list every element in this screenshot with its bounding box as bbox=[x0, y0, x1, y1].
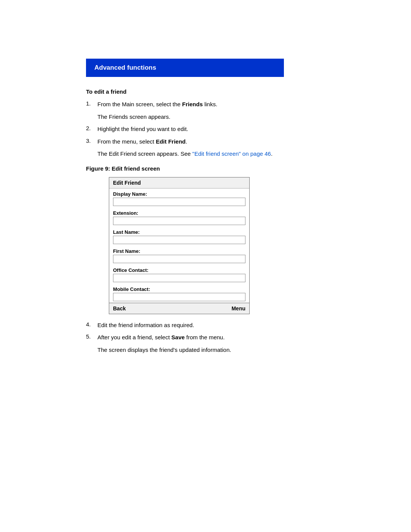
last-name-input[interactable] bbox=[113, 236, 245, 244]
phone-screen: Edit Friend Display Name: Extension: Las… bbox=[109, 177, 250, 314]
back-button[interactable]: Back bbox=[113, 305, 126, 312]
display-name-label: Display Name: bbox=[113, 189, 245, 198]
step-1-number: 1. bbox=[86, 100, 97, 107]
mobile-contact-input[interactable] bbox=[113, 293, 245, 301]
step-3-number: 3. bbox=[86, 137, 97, 144]
edit-friend-link[interactable]: "Edit friend screen" on page 46 bbox=[192, 150, 271, 157]
step-2-text: Highlight the friend you want to edit. bbox=[97, 125, 188, 134]
phone-field-group: Display Name: Extension: Last Name: Firs… bbox=[109, 189, 249, 301]
step-5-number: 5. bbox=[86, 333, 97, 340]
figure-caption: Figure 9: Edit friend screen bbox=[86, 165, 352, 172]
step-5-subtext: The screen displays the friend's updated… bbox=[97, 346, 352, 355]
first-name-label: First Name: bbox=[113, 246, 245, 255]
extension-input[interactable] bbox=[113, 217, 245, 225]
menu-button[interactable]: Menu bbox=[231, 305, 245, 312]
step-1-text: From the Main screen, select the Friends… bbox=[97, 100, 217, 109]
office-contact-input[interactable] bbox=[113, 274, 245, 282]
phone-bottom-bar: Back Menu bbox=[109, 303, 249, 314]
first-name-input[interactable] bbox=[113, 255, 245, 263]
header-banner-title: Advanced functions bbox=[94, 64, 156, 71]
step-4-number: 4. bbox=[86, 321, 97, 328]
step-5-text: After you edit a friend, select Save fro… bbox=[97, 333, 225, 342]
step-5: 5. After you edit a friend, select Save … bbox=[86, 333, 352, 342]
step-1: 1. From the Main screen, select the Frie… bbox=[86, 100, 352, 109]
section-heading: To edit a friend bbox=[86, 88, 352, 95]
step-3: 3. From the menu, select Edit Friend. bbox=[86, 137, 352, 146]
last-name-label: Last Name: bbox=[113, 227, 245, 236]
step-2: 2. Highlight the friend you want to edit… bbox=[86, 125, 352, 134]
step-3-subtext: The Edit Friend screen appears. See "Edi… bbox=[97, 150, 352, 158]
step-1-subtext: The Friends screen appears. bbox=[97, 113, 352, 121]
step-2-number: 2. bbox=[86, 125, 97, 131]
office-contact-label: Office Contact: bbox=[113, 265, 245, 274]
phone-screen-title: Edit Friend bbox=[109, 177, 249, 189]
content-area: To edit a friend 1. From the Main screen… bbox=[86, 88, 352, 354]
display-name-input[interactable] bbox=[113, 198, 245, 206]
page-container: Advanced functions To edit a friend 1. F… bbox=[0, 59, 411, 532]
extension-label: Extension: bbox=[113, 208, 245, 217]
step-4: 4. Edit the friend information as requir… bbox=[86, 321, 352, 330]
step-3-text: From the menu, select Edit Friend. bbox=[97, 137, 187, 146]
mobile-contact-label: Mobile Contact: bbox=[113, 284, 245, 293]
header-banner: Advanced functions bbox=[86, 59, 284, 77]
step-4-text: Edit the friend information as required. bbox=[97, 321, 194, 330]
